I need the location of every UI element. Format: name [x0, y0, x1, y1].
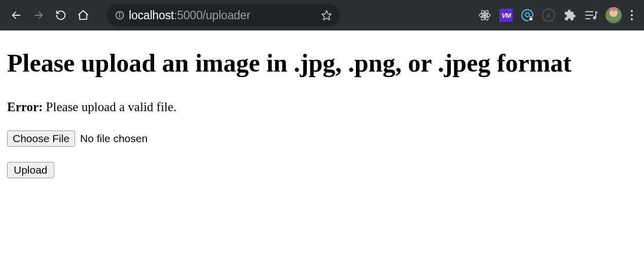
svg-point-17 — [593, 16, 596, 19]
site-info-icon[interactable] — [115, 10, 125, 20]
file-input-status: No file chosen — [80, 133, 148, 145]
forward-button[interactable] — [28, 5, 49, 25]
address-bar[interactable]: localhost:5000/uploader — [106, 4, 340, 26]
reload-button[interactable] — [51, 5, 71, 25]
page-content: Please upload an image in .jpg, .png, or… — [0, 30, 644, 195]
browser-menu-button[interactable] — [629, 8, 635, 22]
kebab-dot-icon — [631, 10, 633, 12]
kebab-dot-icon — [631, 14, 633, 16]
react-devtools-extension[interactable] — [478, 8, 492, 22]
page-heading: Please upload an image in .jpg, .png, or… — [7, 48, 616, 79]
svg-rect-13 — [529, 18, 532, 21]
react-icon — [478, 9, 491, 22]
url-text[interactable]: localhost:5000/uploader — [129, 9, 313, 22]
url-host: localhost — [129, 9, 174, 22]
home-icon — [77, 9, 89, 21]
vm-extension[interactable]: VM — [499, 8, 513, 22]
url-path: /uploader — [203, 9, 251, 22]
error-label: Error: — [7, 100, 43, 114]
star-icon — [321, 10, 332, 21]
error-message: Error: Please upload a valid file. — [7, 100, 637, 114]
reload-icon — [55, 10, 66, 21]
home-button[interactable] — [73, 5, 93, 25]
puzzle-icon — [564, 9, 576, 21]
site-permissions-extension[interactable] — [520, 8, 534, 22]
arrow-right-icon — [33, 10, 44, 21]
extensions-button[interactable] — [563, 8, 577, 22]
media-control-button[interactable] — [584, 8, 598, 22]
vm-icon: VM — [499, 9, 513, 22]
svg-point-4 — [119, 13, 120, 14]
file-input-row: Choose File No file chosen — [7, 130, 637, 147]
back-button[interactable] — [6, 5, 26, 25]
svg-marker-5 — [322, 11, 331, 20]
arrow-left-icon — [11, 10, 22, 21]
media-playlist-icon — [585, 10, 598, 20]
browser-toolbar: localhost:5000/uploader VM — [0, 0, 644, 30]
kebab-dot-icon — [631, 18, 633, 20]
url-port: :5000 — [174, 9, 203, 22]
toolbar-right: VM A — [478, 7, 638, 23]
bookmark-button[interactable] — [317, 6, 336, 24]
choose-file-button[interactable]: Choose File — [7, 130, 75, 147]
error-text: Please upload a valid file. — [43, 100, 176, 114]
lock-badge-icon — [521, 9, 534, 22]
svg-point-6 — [484, 14, 486, 16]
profile-avatar[interactable] — [605, 7, 622, 23]
upload-button[interactable]: Upload — [7, 162, 54, 178]
a-badge-icon: A — [542, 9, 555, 22]
a-extension[interactable]: A — [542, 8, 556, 22]
svg-point-11 — [525, 13, 529, 17]
